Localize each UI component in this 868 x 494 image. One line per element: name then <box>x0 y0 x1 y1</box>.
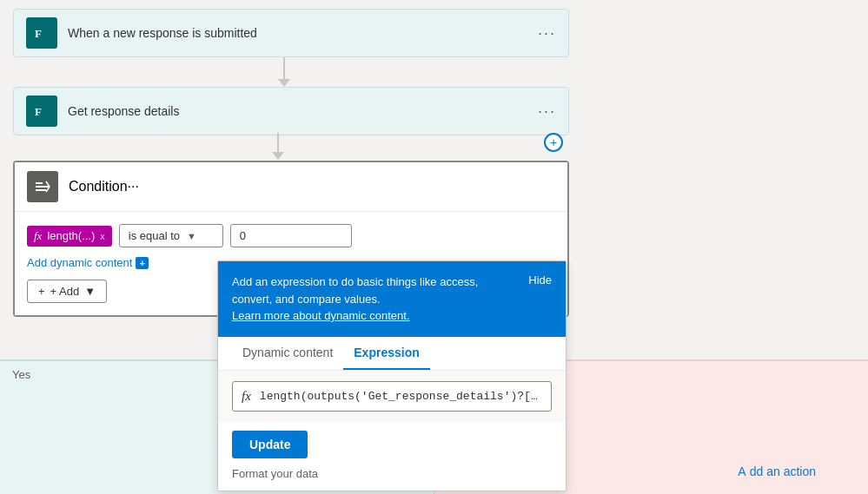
step-2-title: Get response details <box>68 104 538 118</box>
condition-value-input[interactable] <box>230 224 352 247</box>
fx-chip-icon: fx <box>34 229 42 243</box>
popup-header-text: Add an expression to do basic things lik… <box>232 273 514 325</box>
tab-dynamic-content-label: Dynamic content <box>242 346 333 359</box>
arrow-head-1 <box>278 79 290 87</box>
popup-description: Add an expression to do basic things lik… <box>232 275 478 306</box>
plus-badge-icon: + <box>136 257 148 269</box>
step-1-title: When a new response is submitted <box>68 26 538 40</box>
add-action-prefix: A <box>738 464 745 478</box>
popup-learn-more-link[interactable]: Learn more about dynamic content. <box>232 309 410 322</box>
step-1-card: F When a new response is submitted ··· <box>13 9 569 57</box>
panel-yes-label: Yes <box>12 368 30 381</box>
add-label: + Add <box>50 285 80 298</box>
condition-row: fx length(...) x is equal to ▼ <box>27 224 555 247</box>
svg-text:F: F <box>35 105 42 118</box>
add-step-wrapper: + <box>272 133 284 160</box>
add-action-link[interactable]: Add an action <box>738 464 816 478</box>
condition-operator-dropdown[interactable]: is equal to ▼ <box>119 224 223 247</box>
fx-chip-close[interactable]: x <box>100 231 105 241</box>
add-arrow-head <box>272 152 284 160</box>
dynamic-link-label: Add dynamic content <box>27 256 132 269</box>
condition-icon <box>27 171 58 202</box>
popup-expression-area: fx length(outputs('Get_response_details'… <box>218 371 566 422</box>
fx-chip-label: length(...) <box>47 229 95 242</box>
arrow-1 <box>278 57 290 87</box>
add-action-label: dd an action <box>750 464 816 478</box>
expression-input-row: fx length(outputs('Get_response_details'… <box>232 381 552 412</box>
expr-fx-icon: fx <box>242 389 251 404</box>
step-1-icon: F <box>26 17 57 49</box>
step-2-card: F Get response details ··· <box>13 87 569 135</box>
popup-tabs: Dynamic content Expression <box>218 337 566 371</box>
fx-chip[interactable]: fx length(...) x <box>27 226 112 247</box>
expression-input[interactable]: length(outputs('Get_response_details')?[… <box>260 390 542 403</box>
popup-panel: Add an expression to do basic things lik… <box>217 260 567 491</box>
add-step-button[interactable]: + <box>544 133 563 152</box>
format-data-label: Format your data <box>218 467 566 491</box>
add-line-top <box>277 133 279 143</box>
step-2-more-button[interactable]: ··· <box>538 102 556 121</box>
tab-dynamic-content[interactable]: Dynamic content <box>232 337 343 370</box>
step-2-icon: F <box>26 96 57 127</box>
svg-text:F: F <box>35 27 42 40</box>
add-button[interactable]: + + Add ▼ <box>27 280 107 303</box>
condition-more-button[interactable]: ··· <box>128 179 139 194</box>
tab-expression-label: Expression <box>354 346 419 359</box>
step-1-more-button[interactable]: ··· <box>538 24 556 43</box>
add-chevron-icon: ▼ <box>84 285 96 298</box>
add-line-bottom <box>277 143 279 152</box>
add-icon: + <box>38 285 45 298</box>
condition-title: Condition <box>69 179 128 194</box>
popup-hide-button[interactable]: Hide <box>528 273 552 287</box>
popup-header: Add an expression to do basic things lik… <box>218 261 566 337</box>
arrow-line-1 <box>283 57 285 79</box>
tab-expression[interactable]: Expression <box>343 337 429 370</box>
condition-header: Condition ··· <box>15 162 567 212</box>
condition-operator-value: is equal to <box>129 229 180 242</box>
canvas: F When a new response is submitted ··· F… <box>0 0 868 494</box>
update-button[interactable]: Update <box>232 431 308 458</box>
chevron-down-icon: ▼ <box>187 231 196 241</box>
